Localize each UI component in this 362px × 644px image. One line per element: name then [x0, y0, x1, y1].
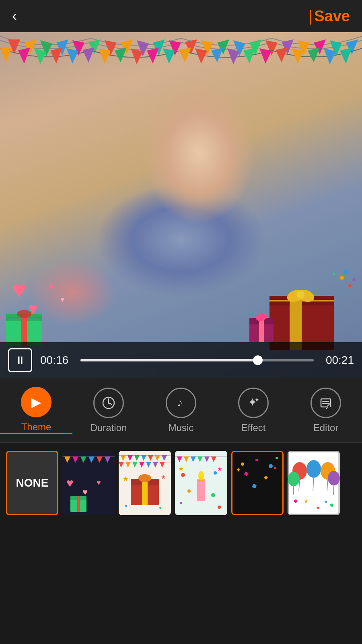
editor-label: Editor [313, 422, 339, 433]
svg-text:♥: ♥ [48, 282, 53, 292]
theme-party1-preview: ★ ★ ● ● [119, 451, 171, 515]
svg-marker-121 [197, 456, 203, 462]
svg-marker-86 [105, 456, 111, 463]
editor-icon-circle [311, 388, 341, 418]
progress-thumb[interactable] [253, 355, 263, 365]
music-label: Music [169, 422, 194, 433]
svg-text:♥: ♥ [12, 276, 27, 303]
playback-bar: ⏸ 00:16 00:21 [0, 342, 362, 378]
svg-text:✦: ✦ [254, 396, 259, 403]
svg-point-137 [269, 464, 273, 468]
svg-rect-63 [259, 318, 264, 342]
theme-label: Theme [21, 421, 51, 433]
svg-point-69 [352, 278, 356, 281]
svg-point-151 [288, 472, 300, 486]
music-icon: ♪ [174, 396, 188, 410]
svg-text:✦: ✦ [236, 466, 241, 473]
svg-point-126 [198, 471, 204, 481]
svg-point-51 [17, 310, 31, 318]
svg-marker-103 [125, 462, 131, 468]
theme-none[interactable]: NONE [6, 451, 58, 515]
svg-line-154 [333, 485, 334, 495]
none-label: NONE [16, 477, 49, 489]
theme-hearts[interactable]: ♥ ♥ ♥ [62, 451, 115, 515]
svg-point-127 [181, 473, 185, 477]
theme-party2-preview: ★ ★ [175, 451, 227, 515]
svg-marker-82 [72, 456, 78, 463]
svg-point-158 [294, 500, 297, 503]
theme-dark[interactable]: ✦ ✦ [231, 451, 284, 515]
svg-marker-38 [259, 48, 272, 64]
svg-rect-124 [197, 479, 205, 501]
svg-marker-94 [121, 455, 126, 461]
svg-marker-83 [80, 456, 86, 463]
svg-point-112 [138, 474, 151, 482]
svg-point-132 [218, 506, 221, 509]
progress-track[interactable] [80, 359, 314, 361]
theme-party2[interactable]: ★ ★ [175, 451, 227, 515]
svg-text:♥: ♥ [60, 295, 65, 303]
svg-text:♥: ♥ [66, 476, 74, 489]
svg-marker-27 [82, 47, 95, 62]
svg-text:♪: ♪ [177, 396, 183, 409]
effect-label: Effect [241, 422, 266, 433]
theme-balloons-preview: ★ ★ ★ [288, 451, 340, 515]
svg-marker-84 [88, 456, 95, 463]
svg-marker-102 [119, 462, 124, 468]
pause-icon: ⏸ [14, 354, 26, 367]
svg-point-153 [328, 471, 340, 485]
svg-marker-41 [308, 47, 320, 62]
svg-point-131 [180, 502, 182, 504]
toolbar-theme-item[interactable]: ▶ Theme [0, 387, 72, 434]
save-button[interactable]: Save [314, 8, 350, 25]
svg-point-73 [108, 402, 109, 404]
svg-rect-143 [252, 484, 257, 489]
svg-rect-142 [264, 476, 268, 480]
toolbar-effect-item[interactable]: ✦ ✦ Effect [217, 388, 290, 433]
header: ‹ | Save [0, 0, 362, 32]
svg-rect-111 [142, 479, 148, 505]
svg-marker-99 [155, 455, 160, 461]
svg-point-130 [211, 493, 215, 497]
toolbar-duration-item[interactable]: Duration [72, 388, 145, 433]
svg-marker-37 [243, 47, 255, 64]
svg-point-138 [276, 457, 278, 459]
svg-marker-28 [99, 48, 111, 64]
toolbar-editor-item[interactable]: Editor [290, 388, 362, 433]
svg-text:✦: ✦ [273, 465, 278, 471]
svg-rect-92 [77, 496, 80, 512]
svg-text:♥: ♥ [82, 487, 88, 497]
svg-marker-107 [153, 462, 158, 468]
theme-dark-preview: ✦ ✦ [232, 452, 284, 515]
svg-text:★: ★ [123, 475, 128, 482]
theme-hearts-preview: ♥ ♥ ♥ [62, 451, 115, 515]
bottom-area [0, 523, 362, 644]
back-button[interactable]: ‹ [12, 9, 17, 23]
svg-text:●: ● [159, 505, 162, 510]
themes-strip: NONE ♥ ♥ ♥ [0, 443, 362, 523]
svg-marker-40 [292, 48, 304, 64]
toolbar: ▶ Theme Duration ♪ Music ✦ ✦ [0, 378, 362, 443]
photo-background: ♥ ♥ ♥ ♥ ♥ [0, 32, 362, 378]
svg-line-152 [293, 486, 294, 495]
stickers-overlay: ♥ ♥ ♥ ♥ ♥ [0, 266, 121, 346]
svg-text:★: ★ [324, 499, 328, 504]
pause-button[interactable]: ⏸ [8, 348, 32, 372]
clock-icon [101, 396, 116, 410]
svg-marker-106 [146, 462, 151, 468]
svg-marker-100 [162, 455, 167, 461]
theme-party1[interactable]: ★ ★ ● ● [119, 451, 171, 515]
theme-balloons[interactable]: ★ ★ ★ [288, 451, 340, 515]
save-divider: | [309, 8, 313, 25]
svg-marker-35 [211, 47, 223, 62]
svg-marker-32 [163, 48, 175, 64]
svg-point-128 [214, 471, 217, 475]
svg-point-136 [255, 459, 258, 461]
svg-point-147 [306, 460, 321, 478]
svg-text:★: ★ [178, 465, 184, 472]
svg-text:♥: ♥ [97, 479, 101, 487]
video-area: ♥ ♥ ♥ ♥ ♥ [0, 32, 362, 378]
svg-point-60 [296, 291, 304, 299]
toolbar-music-item[interactable]: ♪ Music [145, 388, 217, 433]
duration-label: Duration [90, 422, 127, 433]
